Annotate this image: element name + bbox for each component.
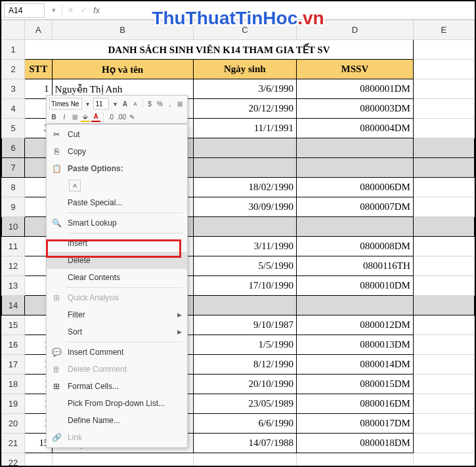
menu-filter[interactable]: Filter▶ [47,306,187,323]
cell-mssv[interactable]: 0800003DM [296,99,413,119]
cell[interactable] [296,453,413,468]
cell-mssv[interactable] [296,138,413,158]
cell-dob[interactable]: 11/1/1991 [193,119,296,138]
header-dob[interactable]: Ngày sinh [193,60,296,79]
cell[interactable] [413,99,474,119]
cell-mssv[interactable]: 0800012DM [296,315,413,335]
cell-mssv[interactable]: 0800007DM [296,197,413,217]
cell[interactable] [413,217,474,237]
row-header[interactable]: 12 [2,256,25,276]
cell[interactable] [193,453,296,468]
cell-dob[interactable]: 1/5/1990 [193,335,296,355]
menu-pick-list[interactable]: Pick From Drop-down List... [47,395,187,412]
cell[interactable] [413,138,474,158]
menu-delete[interactable]: Delete [47,252,187,269]
row-header[interactable]: 1 [2,40,25,60]
comma-icon[interactable]: , [165,98,174,109]
cell[interactable] [413,197,474,217]
cell-mssv[interactable] [296,158,413,178]
cell[interactable] [413,296,474,315]
col-header-A[interactable]: A [25,20,52,40]
menu-copy[interactable]: ⎘Copy [47,143,187,160]
row-header[interactable]: 7 [2,158,25,178]
row-header[interactable]: 21 [2,434,25,453]
cell-dob[interactable] [193,158,296,178]
select-all-corner[interactable] [2,20,25,40]
border-icon[interactable]: ⊞ [70,112,79,122]
cell[interactable] [413,237,474,256]
menu-cut[interactable]: ✂Cut [47,126,187,143]
cell-mssv[interactable]: 0800013DM [296,335,413,355]
cell-dob[interactable]: 20/10/1990 [193,375,296,394]
fill-color-icon[interactable]: ⬙ [81,112,90,122]
insert-function-icon[interactable]: fx [90,4,103,17]
italic-icon[interactable]: I [60,112,69,122]
row-header[interactable]: 16 [2,335,25,355]
cell-dob[interactable]: 8/12/1990 [193,355,296,375]
cell-mssv[interactable]: 0800017DM [296,414,413,434]
merge-icon[interactable]: ⊞ [176,98,184,109]
cell-mssv[interactable]: 0800116TH [296,256,413,276]
header-mssv[interactable]: MSSV [296,60,413,79]
menu-smart-lookup[interactable]: 🔍Smart Lookup [47,214,187,232]
cell-dob[interactable] [193,217,296,237]
cell[interactable] [413,119,474,138]
cell[interactable] [413,40,474,60]
cell-mssv[interactable]: 0800008DM [296,237,413,256]
cell-mssv[interactable]: 0800014DM [296,355,413,375]
cell[interactable] [413,158,474,178]
font-family-input[interactable] [49,98,82,110]
header-stt[interactable]: STT [25,60,52,79]
row-header[interactable]: 8 [2,178,25,197]
row-header[interactable]: 11 [2,237,25,256]
col-header-B[interactable]: B [52,20,193,40]
menu-clear-contents[interactable]: Clear Contents [47,269,187,286]
cell-dob[interactable]: 23/05/1989 [193,394,296,414]
row-header[interactable]: 10 [2,217,25,237]
cell-mssv[interactable]: 0800018DM [296,434,413,453]
cell[interactable] [413,434,474,453]
menu-format-cells[interactable]: ⊞Format Cells... [47,378,187,395]
font-color-icon[interactable]: A [91,112,100,122]
percent-icon[interactable]: % [156,98,164,109]
chevron-down-icon[interactable]: ▾ [110,98,119,109]
cell[interactable] [52,453,193,468]
menu-sort[interactable]: Sort▶ [47,323,187,340]
chevron-down-icon[interactable]: ▾ [83,98,92,109]
row-header[interactable]: 4 [2,99,25,119]
menu-paste-values[interactable]: A [47,177,187,194]
format-painter-icon[interactable]: ✎ [127,112,137,122]
menu-paste-special[interactable]: Paste Special... [47,194,187,211]
cell[interactable] [413,453,474,468]
cell-dob[interactable] [193,138,296,158]
menu-define-name[interactable]: Define Name... [47,412,187,429]
increase-decimal-icon[interactable]: .00 [117,112,126,122]
increase-font-icon[interactable]: A [121,98,129,109]
row-header[interactable]: 9 [2,197,25,217]
cell[interactable] [413,276,474,296]
col-header-E[interactable]: E [413,20,474,40]
cell[interactable] [25,453,52,468]
decrease-font-icon[interactable]: A [131,98,139,109]
col-header-C[interactable]: C [193,20,296,40]
row-header[interactable]: 15 [2,315,25,335]
cell-dob[interactable]: 3/6/1990 [193,79,296,99]
cell-dob[interactable]: 20/12/1990 [193,99,296,119]
cell[interactable] [413,375,474,394]
row-header[interactable]: 3 [2,79,25,99]
cell-dob[interactable]: 6/6/1990 [193,414,296,434]
row-header[interactable]: 13 [2,276,25,296]
title-cell[interactable]: DANH SÁCH SINH VIÊN K14 THAM GIA TẾT SV [25,40,414,60]
row-header[interactable]: 20 [2,414,25,434]
menu-insert[interactable]: Insert [47,235,187,252]
cell-dob[interactable]: 18/02/1990 [193,178,296,197]
name-box[interactable] [4,3,45,18]
row-header[interactable]: 22 [2,453,25,468]
cell[interactable] [413,355,474,375]
cell-dob[interactable]: 17/10/1990 [193,276,296,296]
menu-insert-comment[interactable]: 💬Insert Comment [47,344,187,361]
header-name[interactable]: Họ và tên [52,60,193,79]
bold-icon[interactable]: B [49,112,58,122]
row-header[interactable]: 2 [2,60,25,79]
cell-dob[interactable]: 5/5/1990 [193,256,296,276]
